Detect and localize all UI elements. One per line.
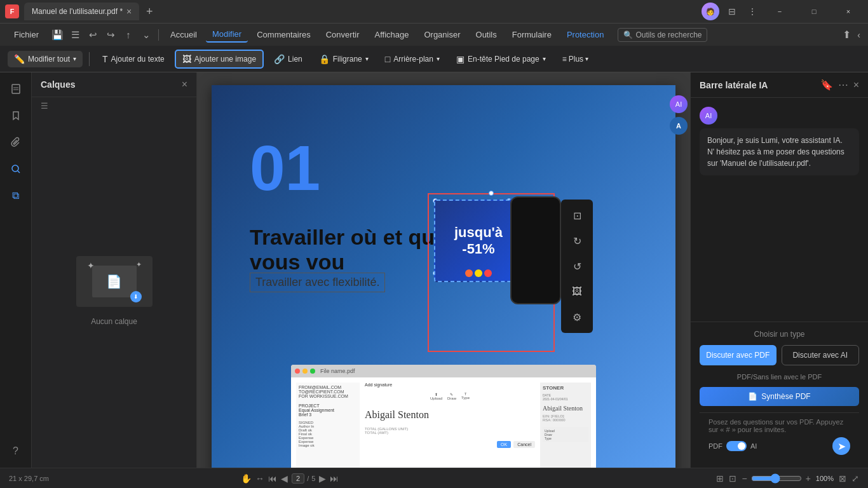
layers-header: Calques ×: [32, 72, 196, 97]
save-icon[interactable]: 💾: [50, 29, 64, 41]
add-text-button[interactable]: T Ajouter du texte: [96, 51, 171, 67]
fit-width-button[interactable]: ↔: [255, 473, 264, 484]
modify-all-chevron: ▾: [73, 55, 76, 62]
more-icon: ≡: [562, 55, 567, 64]
pdf-link-label: PDF/Sans lien avec le PDF: [700, 373, 859, 381]
sidebar-toggle-icon[interactable]: ⊟: [724, 4, 740, 19]
selected-image[interactable]: jusqu'à-51%: [434, 200, 523, 282]
menu-accueil[interactable]: Accueil: [164, 27, 203, 42]
expand-button[interactable]: ⤢: [851, 473, 859, 484]
pdf-viewer[interactable]: W 01 Travailler où et quand vous vou Tra…: [197, 72, 690, 468]
chat-pdf-button[interactable]: Discuter avec PDF: [700, 345, 776, 365]
rotate-ccw-button[interactable]: ↺: [565, 254, 589, 278]
watermark-label: Filigrane: [333, 55, 362, 64]
first-page-button[interactable]: ⏮: [268, 473, 277, 484]
maximize-dot: [310, 369, 315, 374]
file-menu-item[interactable]: Fichier: [8, 27, 45, 42]
next-page-button[interactable]: ▶: [319, 473, 326, 484]
layers-content: ✦ ✦ 📄 ⬇ Aucun calque: [32, 114, 196, 468]
sidebar-item-attachment[interactable]: [4, 131, 27, 154]
rotate-cw-button[interactable]: ↻: [565, 229, 589, 253]
zoom-slider[interactable]: [751, 473, 802, 484]
total-pages: 5: [311, 475, 315, 482]
menu-protection[interactable]: Protection: [560, 27, 611, 42]
send-button[interactable]: ➤: [832, 437, 850, 455]
bookmark-icon[interactable]: 🔖: [820, 79, 833, 91]
menu-affichage[interactable]: Affichage: [368, 27, 415, 42]
pdf-page: 01 Travailler où et quand vous vou Trava…: [212, 85, 675, 468]
redo-icon[interactable]: ↪: [104, 29, 118, 41]
menu-organiser[interactable]: Organiser: [417, 27, 466, 42]
undo-icon[interactable]: ↩: [86, 29, 100, 41]
menu-commentaires[interactable]: Commentaires: [250, 27, 317, 42]
image-settings-button[interactable]: ⚙: [565, 305, 589, 329]
sidebar-item-page[interactable]: [4, 78, 27, 100]
replace-image-button[interactable]: 🖼: [565, 280, 589, 304]
view-mode-button[interactable]: ⊞: [716, 473, 724, 484]
background-button[interactable]: □ Arrière-plan ▾: [379, 51, 446, 67]
chat-ai-button[interactable]: Discuter avec AI: [782, 345, 860, 365]
handle-top-center[interactable]: [489, 191, 494, 196]
link-button[interactable]: 🔗 Lien: [268, 51, 309, 67]
search-tools-button[interactable]: 🔍 Outils de recherche: [618, 28, 707, 42]
sidebar-item-bookmark[interactable]: [4, 104, 27, 127]
new-tab-button[interactable]: +: [140, 3, 158, 20]
watermark-button[interactable]: 🔒 Filigrane ▾: [313, 51, 375, 67]
main-layout: ⧉ ? Calques × ☰ ✦ ✦ 📄 ⬇ Aucun calque: [0, 72, 868, 468]
lumi-avatar: AI: [700, 107, 717, 125]
fit-page-button[interactable]: ⊡: [729, 473, 736, 484]
header-footer-button[interactable]: ▣ En-tête Pied de page ▾: [450, 51, 552, 67]
menu-outils[interactable]: Outils: [470, 27, 503, 42]
last-page-button[interactable]: ⏭: [330, 473, 339, 484]
zoom-out-button[interactable]: −: [742, 473, 747, 484]
current-page[interactable]: 2: [292, 473, 304, 484]
sidebar-item-search[interactable]: [4, 158, 27, 180]
title-bar-controls: 🧑 ⊟ ⋮ − □ ×: [702, 0, 863, 23]
hand-tool-button[interactable]: ✋: [241, 473, 252, 484]
back-icon[interactable]: ‹: [857, 30, 860, 40]
star-small-icon: ✦: [136, 261, 142, 269]
more-icon[interactable]: ⌄: [139, 29, 153, 41]
link-icon: 🔗: [274, 54, 285, 64]
minimize-dot: [302, 369, 308, 374]
view-controls: ⊞ ⊡ − + 100% ⊠ ⤢: [716, 473, 859, 484]
zoom-level: 100%: [816, 475, 834, 482]
crop-tool-button[interactable]: ⊡: [565, 203, 589, 227]
share-icon[interactable]: ↑: [121, 29, 135, 40]
more-button[interactable]: ≡ Plus ▾: [556, 51, 595, 67]
menu-modifier[interactable]: Modifier: [206, 27, 248, 43]
menu-convertir[interactable]: Convertir: [320, 27, 366, 42]
sidebar-item-layers[interactable]: ⧉: [4, 184, 27, 207]
synthesize-button[interactable]: 📄 Synthèse PDF: [700, 387, 859, 406]
tab-close-icon[interactable]: ×: [126, 6, 132, 17]
search-icon: 🔍: [623, 30, 633, 39]
pdf-ss-main-panel: Add signature ⬆Upload ✎Draw TType Abigai…: [365, 383, 535, 468]
close-button[interactable]: ×: [834, 0, 863, 23]
layer-menu-icon[interactable]: ☰: [41, 101, 48, 111]
add-text-label: Ajouter du texte: [111, 55, 165, 64]
active-tab[interactable]: Manuel de l'utilisateur.pdf * ×: [24, 3, 139, 20]
minimize-button[interactable]: −: [765, 0, 794, 23]
layers-close-button[interactable]: ×: [182, 79, 187, 90]
type-buttons: Discuter avec PDF Discuter avec AI: [700, 345, 859, 365]
sidebar-item-help[interactable]: ?: [4, 440, 27, 463]
zoom-in-button[interactable]: +: [806, 473, 811, 484]
close-ai-icon[interactable]: ×: [853, 79, 859, 91]
layers-submenu: ☰: [32, 97, 196, 114]
maximize-button[interactable]: □: [799, 0, 829, 23]
app-icon: F: [5, 4, 19, 18]
more-options-icon[interactable]: ⋯: [838, 79, 848, 91]
properties-icon[interactable]: ☰: [68, 29, 82, 41]
prev-page-button[interactable]: ◀: [281, 473, 288, 484]
update-icon[interactable]: ⬆: [843, 29, 851, 41]
more-options-icon[interactable]: ⋮: [745, 4, 760, 19]
user-avatar: 🧑: [702, 3, 719, 20]
add-image-button[interactable]: 🖼 Ajouter une image: [175, 50, 264, 69]
modify-all-button[interactable]: ✏️ Modifier tout ▾: [8, 51, 83, 67]
fit-all-button[interactable]: ⊠: [839, 473, 846, 484]
svg-point-3: [12, 165, 18, 172]
menu-formulaire[interactable]: Formulaire: [506, 27, 558, 42]
toggle-switch[interactable]: [726, 441, 747, 451]
ai-input-area: Posez des questions sur vos PDF. Appuyez…: [700, 412, 859, 460]
title-bar: F Manuel de l'utilisateur.pdf * × + 🧑 ⊟ …: [0, 0, 868, 23]
